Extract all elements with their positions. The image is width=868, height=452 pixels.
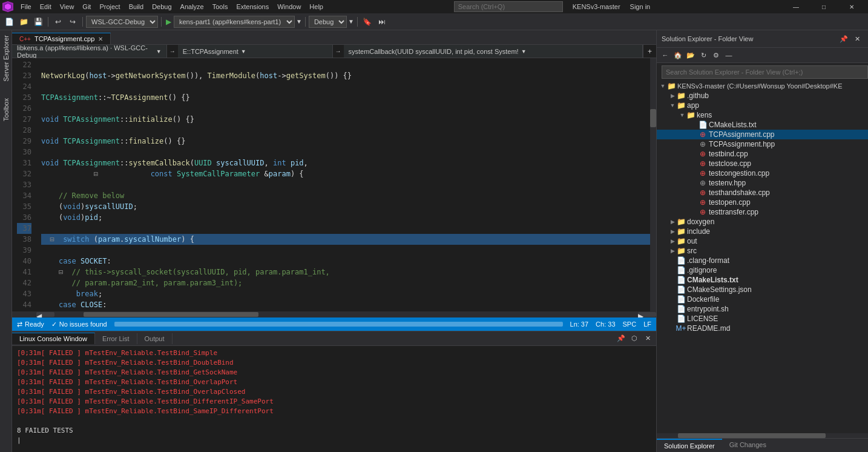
testopen-label: testopen.cpp (709, 198, 751, 207)
menu-build[interactable]: Build (125, 2, 147, 12)
menu-tools[interactable]: Tools (209, 2, 232, 12)
h-scroll-right[interactable]: ▶ (638, 312, 656, 317)
tree-item-kens[interactable]: ▼ 📁 kens (657, 110, 868, 120)
tree-item-clang-format[interactable]: 📄 .clang-format (657, 256, 868, 265)
se-scrollbar[interactable] (657, 433, 868, 438)
tree-item-cmakelists-root[interactable]: 📄 CMakeLists.txt (657, 275, 868, 285)
se-search-input[interactable] (662, 65, 868, 79)
menu-help[interactable]: Help (306, 2, 327, 12)
menu-window[interactable]: Window (274, 2, 304, 12)
tree-item-out[interactable]: ▶ 📁 out (657, 236, 868, 246)
code-editor[interactable]: NetworkLog(host->getNetworkSystem()), Ti… (36, 58, 650, 311)
path-segment-1[interactable]: libkens.a (app#kens#libkens.a) · WSL-GCC… (12, 45, 167, 58)
maximize-button[interactable]: □ (810, 0, 838, 13)
tree-item-readme[interactable]: M+ README.md (657, 324, 868, 333)
tab-label: TCPAssignment.cpp (35, 35, 94, 42)
github-label: .github (687, 91, 709, 100)
tree-item-github[interactable]: ▶ 📁 .github (657, 91, 868, 101)
editor-scrollbar[interactable] (650, 58, 656, 311)
tab-error-list[interactable]: Error List (95, 333, 137, 344)
tree-item-doxygen[interactable]: ▶ 📁 doxygen (657, 217, 868, 227)
tree-item-app[interactable]: ▼ 📁 app (657, 101, 868, 110)
se-bottom-tabs: Solution Explorer Git Changes (657, 438, 868, 452)
debug-arrow-icon: ▼ (348, 18, 354, 25)
tree-item-testcongestion[interactable]: ⊕ testcongestion.cpp (657, 168, 868, 178)
se-back-btn[interactable]: ← (659, 49, 671, 61)
se-tab-solution-explorer[interactable]: Solution Explorer (657, 439, 722, 452)
path-add-button[interactable]: + (643, 45, 656, 58)
menu-git[interactable]: Git (79, 2, 94, 12)
path-segment-2[interactable]: E::TCPAssignment ▼ (178, 45, 333, 58)
toolbar-sep1 (48, 17, 48, 27)
path-text-2: E::TCPAssignment (183, 48, 238, 55)
gitignore-file-icon: 📄 (676, 266, 686, 274)
h-scrollbar[interactable]: ◀ ▶ (12, 311, 656, 317)
console-close-btn[interactable]: ✕ (642, 333, 654, 345)
path-down-3-icon: ▼ (521, 48, 527, 55)
se-pin-btn[interactable]: 📌 (838, 33, 850, 45)
se-home-btn[interactable]: 🏠 (672, 49, 684, 61)
tree-item-dockerfile[interactable]: 📄 Dockerfile (657, 294, 868, 304)
se-tab-git-changes[interactable]: Git Changes (722, 439, 774, 452)
tree-item-tcpassignment-hpp[interactable]: ⊕ TCPAssignment.hpp (657, 139, 868, 149)
menu-debug[interactable]: Debug (148, 2, 175, 12)
toolbar-redo-btn[interactable]: ↪ (66, 15, 79, 28)
tree-item-cmakesettings[interactable]: 📄 CMakeSettings.json (657, 285, 868, 294)
menu-analyze[interactable]: Analyze (177, 2, 208, 12)
console-float-btn[interactable]: ⬡ (628, 333, 640, 345)
menu-project[interactable]: Project (96, 2, 123, 12)
menu-file[interactable]: File (17, 2, 35, 12)
tree-item-testenv[interactable]: ⊕ testenv.hpp (657, 178, 868, 188)
sign-in-button[interactable]: Sign in (625, 3, 656, 10)
tree-item-license[interactable]: 📄 LICENSE (657, 314, 868, 324)
tree-item-cmakelistskens[interactable]: 📄 CMakeLists.txt (657, 120, 868, 130)
console-cursor[interactable]: | (17, 436, 651, 445)
menu-extensions[interactable]: Extensions (232, 2, 272, 12)
tab-linux-console[interactable]: Linux Console Window (12, 333, 95, 344)
tree-item-src[interactable]: ▶ 📁 src (657, 246, 868, 256)
run-dropdown[interactable]: kens-part1 (app#kens#kens-part1) (174, 16, 295, 28)
tcp-hpp-file-icon: ⊕ (698, 140, 708, 148)
toolbar-bookmark-btn[interactable]: 🔖 (361, 15, 374, 28)
run-arrow-icon: ▼ (296, 18, 302, 25)
status-line-ending: LF (643, 321, 651, 328)
tab-output[interactable]: Output (137, 333, 173, 344)
config-dropdown[interactable]: WSL-GCC-Debug (86, 16, 158, 28)
debug-dropdown[interactable]: Debug (309, 16, 347, 28)
toolbar-new-btn[interactable]: 📄 (2, 15, 16, 28)
toolbar-save-btn[interactable]: 💾 (31, 15, 45, 28)
menu-view[interactable]: View (56, 2, 78, 12)
minimize-button[interactable]: — (782, 0, 810, 13)
console-pin-btn[interactable]: 📌 (615, 333, 627, 345)
tree-item-testtransfer[interactable]: ⊕ testtransfer.cpp (657, 207, 868, 217)
tree-item-testhandshake[interactable]: ⊕ testhandshake.cpp (657, 188, 868, 198)
se-collapse-btn[interactable]: — (723, 49, 735, 61)
toolbar-open-btn[interactable]: 📁 (17, 15, 30, 28)
toolbox-tab-label[interactable]: Toolbox (1, 96, 11, 124)
tree-item-testbind[interactable]: ⊕ testbind.cpp (657, 149, 868, 159)
toolbar-breakpoint-btn[interactable]: ⏭ (375, 15, 389, 28)
se-refresh-btn[interactable]: ↻ (697, 49, 709, 61)
se-close-btn[interactable]: ✕ (851, 33, 863, 45)
status-issues[interactable]: ✓ No issues found (51, 321, 107, 328)
path-segment-3[interactable]: systemCallback(UUID syscallUUID, int pid… (344, 45, 643, 58)
menu-edit[interactable]: Edit (36, 2, 55, 12)
bottom-tabs: Linux Console Window Error List Output 📌… (12, 331, 656, 346)
tree-item-testclose[interactable]: ⊕ testclose.cpp (657, 159, 868, 168)
close-button[interactable]: ✕ (838, 0, 866, 13)
tree-item-include[interactable]: ▶ 📁 include (657, 227, 868, 236)
tab-close-icon[interactable]: ✕ (98, 36, 103, 42)
editor-tab-tcpassignment[interactable]: C++ TCPAssignment.cpp ✕ (12, 33, 111, 44)
menu-search-input[interactable] (454, 1, 563, 12)
toolbar-undo-btn[interactable]: ↩ (51, 15, 65, 28)
server-explorer-tab[interactable]: Server Explorer (1, 33, 11, 84)
tree-item-gitignore[interactable]: 📄 .gitignore (657, 265, 868, 275)
tree-item-entrypoint[interactable]: 📄 entrypoint.sh (657, 304, 868, 314)
menu-bar: File Edit View Git Project Build Debug A… (0, 0, 868, 13)
tree-item-testopen[interactable]: ⊕ testopen.cpp (657, 198, 868, 207)
tree-item-tcpassignment-cpp[interactable]: ⊕ TCPAssignment.cpp (657, 130, 868, 139)
se-folder-view-btn[interactable]: 📂 (685, 49, 697, 61)
se-settings-btn[interactable]: ⚙ (710, 49, 722, 61)
tree-root[interactable]: ▼ 📁 KENSv3-master (C:#Users#Wonsup Yoon#… (657, 81, 868, 91)
h-scroll-left[interactable]: ◀ (36, 312, 54, 317)
